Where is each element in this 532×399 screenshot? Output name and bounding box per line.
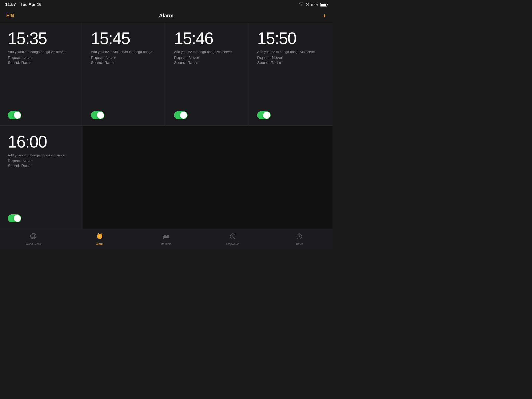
- alarm-sound-2: Sound: Radar: [174, 60, 241, 65]
- alarm-label-1: Add ydanc2 to vip server in booga booga: [91, 50, 158, 54]
- svg-line-25: [233, 237, 234, 238]
- tab-timer-label: Timer: [296, 242, 303, 245]
- toggle-knob-1: [97, 112, 104, 119]
- alarm-repeat-4: Repeat: Never: [8, 158, 75, 163]
- alarm-sound-0: Sound: Radar: [8, 60, 75, 65]
- alarm-repeat-2: Repeat: Never: [174, 55, 241, 60]
- alarm-toggle-3[interactable]: [257, 111, 271, 119]
- alarm-card-2[interactable]: 15:46 Add ydanc2 to booga booga vip serv…: [166, 22, 249, 126]
- globe-icon: [30, 233, 37, 241]
- toggle-knob-4: [14, 215, 21, 222]
- toggle-knob-3: [263, 112, 270, 119]
- tab-stopwatch[interactable]: Stopwatch: [220, 233, 246, 245]
- alarm-clock-icon: [96, 233, 103, 241]
- svg-rect-18: [164, 235, 166, 236]
- tab-alarm[interactable]: Alarm: [87, 233, 113, 245]
- alarm-label-3: Add ydanc2 to booga booga vip server: [257, 50, 325, 54]
- alarm-time-4: 16:00: [8, 134, 75, 150]
- alarm-sound-4: Sound: Radar: [8, 163, 75, 168]
- status-time: 11:57: [5, 2, 16, 7]
- status-bar: 11:57 Tue Apr 16 87%: [0, 0, 332, 9]
- alarm-toggle-4[interactable]: [8, 214, 21, 222]
- edit-button[interactable]: Edit: [6, 13, 14, 18]
- stopwatch-icon: [229, 233, 236, 241]
- tab-bedtime[interactable]: Bedtime: [153, 233, 179, 245]
- alarm-label-2: Add ydanc2 to booga booga vip server: [174, 50, 241, 54]
- svg-line-28: [235, 234, 235, 235]
- alarm-label-4: Add ydanc2 to booga booga vip server: [8, 153, 75, 158]
- alarm-card-3[interactable]: 15:50 Add ydanc2 to booga booga vip serv…: [249, 22, 332, 126]
- timer-icon: [296, 233, 303, 241]
- add-alarm-button[interactable]: +: [323, 13, 326, 19]
- svg-rect-22: [163, 237, 169, 237]
- alarm-card-0[interactable]: 15:35 Add ydanc2 to booga booga vip serv…: [0, 22, 83, 126]
- tab-alarm-label: Alarm: [96, 242, 104, 245]
- page-title: Alarm: [159, 13, 174, 19]
- svg-rect-21: [169, 238, 169, 239]
- tab-bedtime-label: Bedtime: [161, 242, 171, 245]
- alarm-grid: 15:35 Add ydanc2 to booga booga vip serv…: [0, 22, 332, 229]
- battery-icon: [320, 3, 327, 6]
- wifi-icon: [299, 3, 303, 7]
- alarm-sound-1: Sound: Radar: [91, 60, 158, 65]
- alarm-label-0: Add ydanc2 to booga booga vip server: [8, 50, 75, 54]
- svg-point-33: [299, 234, 300, 235]
- alarm-card-4[interactable]: 16:00 Add ydanc2 to booga booga vip serv…: [0, 126, 83, 229]
- tab-stopwatch-label: Stopwatch: [226, 242, 239, 245]
- alarm-repeat-0: Repeat: Never: [8, 55, 75, 60]
- tab-world-clock[interactable]: World Clock: [20, 233, 46, 245]
- svg-line-14: [98, 234, 99, 234]
- toggle-knob-2: [180, 112, 187, 119]
- alarm-time-3: 15:50: [257, 30, 325, 47]
- battery-percent: 87%: [311, 3, 318, 7]
- alarm-sound-3: Sound: Radar: [257, 60, 325, 65]
- alarm-time-2: 15:46: [174, 30, 241, 47]
- toggle-knob-0: [14, 112, 21, 119]
- svg-rect-19: [167, 235, 169, 236]
- alarm-time-1: 15:45: [91, 30, 158, 47]
- alarm-repeat-1: Repeat: Never: [91, 55, 158, 60]
- alarm-cell-empty-2: [166, 126, 249, 229]
- alarm-toggle-2[interactable]: [174, 111, 188, 119]
- status-date: Tue Apr 16: [21, 2, 42, 7]
- alarm-toggle-1[interactable]: [91, 111, 104, 119]
- alarm-time-0: 15:35: [8, 30, 75, 47]
- alarm-cell-empty-1: [83, 126, 166, 229]
- tab-bar: World Clock Alarm: [0, 229, 332, 249]
- alarm-toggle-0[interactable]: [8, 111, 21, 119]
- svg-point-30: [299, 236, 300, 237]
- tab-world-clock-label: World Clock: [25, 242, 41, 245]
- alarm-status-icon: [305, 3, 309, 7]
- svg-rect-20: [163, 238, 164, 239]
- svg-line-2: [307, 4, 308, 5]
- svg-line-15: [101, 234, 102, 234]
- alarm-cell-empty-3: [249, 126, 332, 229]
- header: Edit Alarm +: [0, 9, 332, 22]
- tab-timer[interactable]: Timer: [286, 233, 312, 245]
- bed-icon: [163, 233, 170, 241]
- alarm-repeat-3: Repeat: Never: [257, 55, 325, 60]
- alarm-card-1[interactable]: 15:45 Add ydanc2 to vip server in booga …: [83, 22, 166, 126]
